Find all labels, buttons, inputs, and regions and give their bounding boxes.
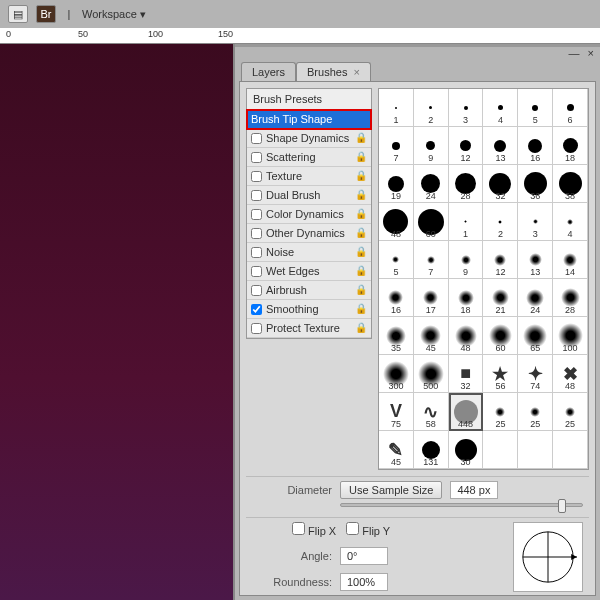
brush-options-list: Brush Presets Brush Tip ShapeShape Dynam… [246,88,372,339]
brush-cell[interactable]: 4 [483,89,518,127]
brush-cell[interactable] [553,431,588,469]
brush-cell[interactable]: 3 [449,89,484,127]
brush-cell[interactable]: 30 [449,431,484,469]
option-scattering[interactable]: Scattering🔒 [247,148,371,167]
brush-cell[interactable]: 35 [379,317,414,355]
option-noise[interactable]: Noise🔒 [247,243,371,262]
brush-cell[interactable]: 28 [553,279,588,317]
svg-marker-3 [571,554,577,560]
brush-cell[interactable]: 28 [449,165,484,203]
brush-cell[interactable]: 2 [483,203,518,241]
tab-close-icon[interactable]: × [353,66,359,78]
brush-cell[interactable]: 14 [553,241,588,279]
brush-cell[interactable]: 1 [379,89,414,127]
brush-cell[interactable]: 7 [379,127,414,165]
option-airbrush[interactable]: Airbrush🔒 [247,281,371,300]
lock-icon: 🔒 [355,189,367,201]
brush-cell[interactable]: 12 [449,127,484,165]
diameter-label: Diameter [252,484,332,496]
brush-cell[interactable] [518,431,553,469]
brush-cell[interactable]: 38 [553,165,588,203]
option-shape-dynamics[interactable]: Shape Dynamics🔒 [247,129,371,148]
brush-cell[interactable]: 5 [518,89,553,127]
lock-icon: 🔒 [355,284,367,296]
brush-cell[interactable]: 18 [449,279,484,317]
brush-cell[interactable]: 300 [379,355,414,393]
brush-cell[interactable]: ✎45 [379,431,414,469]
flip-y-checkbox[interactable]: Flip Y [346,522,390,537]
brush-cell[interactable]: 500 [414,355,449,393]
use-sample-size-button[interactable]: Use Sample Size [340,481,442,499]
angle-widget[interactable] [513,522,583,592]
brush-cell[interactable]: 25 [518,393,553,431]
brush-grid[interactable]: 1234567912131618192428323638486012345791… [378,88,589,470]
brush-cell[interactable]: 60 [483,317,518,355]
brush-cell[interactable]: 60 [414,203,449,241]
brush-cell[interactable]: 45 [414,317,449,355]
brush-cell[interactable]: 6 [553,89,588,127]
option-wet-edges[interactable]: Wet Edges🔒 [247,262,371,281]
brush-cell[interactable]: 13 [483,127,518,165]
brush-cell[interactable]: 25 [483,393,518,431]
lock-icon: 🔒 [355,246,367,258]
brush-cell[interactable]: 18 [553,127,588,165]
brush-cell[interactable]: ∿58 [414,393,449,431]
diameter-slider[interactable] [340,503,583,507]
option-protect-texture[interactable]: Protect Texture🔒 [247,319,371,338]
angle-input[interactable]: 0° [340,547,388,565]
brush-cell[interactable]: 36 [518,165,553,203]
brush-cell[interactable]: 17 [414,279,449,317]
roundness-label: Roundness: [252,576,332,588]
brush-cell[interactable]: 19 [379,165,414,203]
tab-brushes[interactable]: Brushes× [296,62,371,81]
brush-cell[interactable]: 24 [414,165,449,203]
brush-cell[interactable]: ★56 [483,355,518,393]
minimize-icon[interactable]: — [569,47,580,59]
close-icon[interactable]: × [588,47,594,59]
bridge-icon[interactable]: Br [36,5,56,23]
brush-cell[interactable]: 100 [553,317,588,355]
brush-cell[interactable]: 7 [414,241,449,279]
brush-cell[interactable]: 48 [379,203,414,241]
option-other-dynamics[interactable]: Other Dynamics🔒 [247,224,371,243]
brush-cell[interactable]: V75 [379,393,414,431]
brush-cell[interactable]: 24 [518,279,553,317]
brush-cell[interactable]: 9 [414,127,449,165]
brush-cell[interactable]: 21 [483,279,518,317]
brush-cell[interactable]: 3 [518,203,553,241]
brush-cell[interactable]: 65 [518,317,553,355]
brush-presets-header[interactable]: Brush Presets [247,89,371,110]
angle-label: Angle: [252,550,332,562]
horizontal-ruler: 0 50 100 150 [0,28,600,44]
option-smoothing[interactable]: Smoothing🔒 [247,300,371,319]
brush-cell[interactable]: ✖48 [553,355,588,393]
option-texture[interactable]: Texture🔒 [247,167,371,186]
brush-cell[interactable]: 48 [449,317,484,355]
brush-cell[interactable]: 12 [483,241,518,279]
brush-cell[interactable]: 32 [483,165,518,203]
brush-cell[interactable]: 2 [414,89,449,127]
option-color-dynamics[interactable]: Color Dynamics🔒 [247,205,371,224]
roundness-input[interactable]: 100% [340,573,388,591]
brush-cell[interactable]: 1 [449,203,484,241]
brush-cell[interactable]: 448 [449,393,484,431]
brush-cell[interactable]: 9 [449,241,484,279]
option-dual-brush[interactable]: Dual Brush🔒 [247,186,371,205]
brush-cell[interactable] [483,431,518,469]
brush-cell[interactable]: 5 [379,241,414,279]
tab-layers[interactable]: Layers [241,62,296,81]
brush-cell[interactable]: ■32 [449,355,484,393]
brush-cell[interactable]: 16 [379,279,414,317]
diameter-input[interactable]: 448 px [450,481,498,499]
flip-x-checkbox[interactable]: Flip X [292,522,336,537]
brush-cell[interactable]: ✦74 [518,355,553,393]
brush-cell[interactable]: 25 [553,393,588,431]
brush-cell[interactable]: 4 [553,203,588,241]
tool-icon-1[interactable]: ▤ [8,5,28,23]
workspace-dropdown[interactable]: Workspace ▾ [82,8,146,21]
brush-cell[interactable]: 16 [518,127,553,165]
brush-cell[interactable]: 13 [518,241,553,279]
option-brush-tip-shape[interactable]: Brush Tip Shape [247,110,371,129]
brush-cell[interactable]: 131 [414,431,449,469]
document-canvas[interactable] [0,44,235,600]
